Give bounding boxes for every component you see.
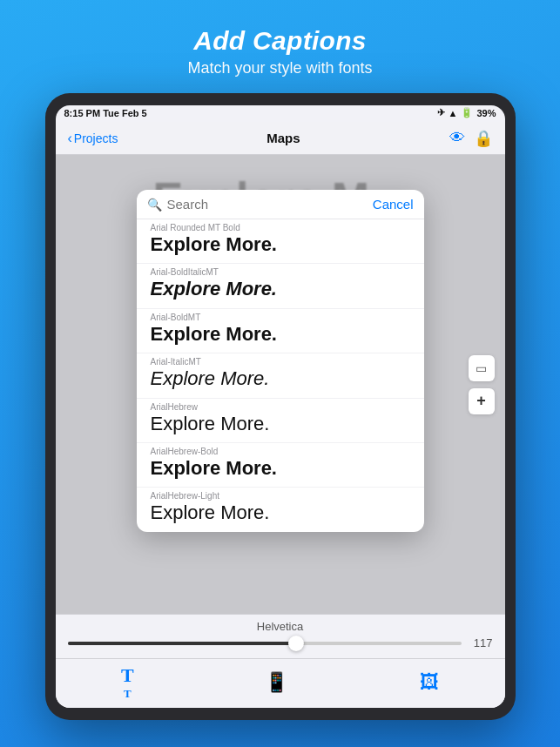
font-preview-text: Explore More. xyxy=(151,233,410,256)
ipad-frame: 8:15 PM Tue Feb 5 ✈ ▲ 🔋 39% ‹ Projects M… xyxy=(45,93,516,720)
font-list-item[interactable]: Arial-ItalicMTExplore More. xyxy=(137,353,424,398)
font-name-label: Arial-ItalicMT xyxy=(151,357,410,367)
canvas-right-buttons: ▭ + xyxy=(469,355,495,414)
battery-icon: 🔋 xyxy=(461,107,473,118)
screen: ‹ Projects Maps 👁 🔒 Explore M... ▭ + 🔍 xyxy=(56,122,505,708)
font-name-label: Arial-BoldItalicMT xyxy=(151,267,410,277)
signal-icon: ▲ xyxy=(449,108,458,118)
canvas-action-btn-1[interactable]: ▭ xyxy=(469,355,495,381)
tab-bar: TT 📱 🖼 xyxy=(56,658,505,708)
font-list-item[interactable]: ArialHebrew-BoldExplore More. xyxy=(137,443,424,488)
font-picker-modal: 🔍 Cancel Arial Rounded MT BoldExplore Mo… xyxy=(137,190,424,532)
font-label-row: Helvetica xyxy=(68,620,493,633)
search-icon: 🔍 xyxy=(147,198,162,212)
font-list-item[interactable]: ArialHebrew-LightExplore More. xyxy=(137,488,424,531)
battery-pct: 39% xyxy=(476,108,496,118)
font-preview-text: Explore More. xyxy=(151,323,410,346)
font-name-label: Arial-BoldMT xyxy=(151,313,410,322)
tab-image-icon[interactable]: 🖼 xyxy=(420,671,439,694)
font-size-slider[interactable] xyxy=(68,642,462,645)
wifi-icon: ✈ xyxy=(437,107,445,118)
font-search-cancel-button[interactable]: Cancel xyxy=(373,197,414,212)
status-bar: 8:15 PM Tue Feb 5 ✈ ▲ 🔋 39% xyxy=(56,105,505,122)
nav-icons: 👁 🔒 xyxy=(449,129,493,148)
chevron-left-icon: ‹ xyxy=(68,131,72,146)
tab-device-icon[interactable]: 📱 xyxy=(265,671,288,694)
slider-fill xyxy=(68,642,304,645)
status-bar-right: ✈ ▲ 🔋 39% xyxy=(437,107,496,118)
font-size-value: 117 xyxy=(469,636,493,649)
nav-back-label[interactable]: Projects xyxy=(74,131,118,145)
status-time: 8:15 PM Tue Feb 5 xyxy=(64,108,147,118)
nav-back-button[interactable]: ‹ Projects xyxy=(68,131,118,146)
bottom-bar-area: Helvetica 117 xyxy=(56,614,505,658)
font-size-slider-row: 117 xyxy=(68,636,493,649)
current-font-label: Helvetica xyxy=(257,620,303,633)
slider-thumb[interactable] xyxy=(288,636,304,651)
font-preview-text: Explore More. xyxy=(151,501,410,524)
font-name-label: ArialHebrew-Bold xyxy=(151,447,410,456)
header-title: Add Captions xyxy=(187,26,372,56)
font-preview-text: Explore More. xyxy=(151,278,410,300)
font-preview-text: Explore More. xyxy=(151,367,410,390)
lock-icon[interactable]: 🔒 xyxy=(474,129,493,148)
font-preview-text: Explore More. xyxy=(151,457,410,480)
font-name-label: ArialHebrew xyxy=(151,402,410,412)
eye-icon[interactable]: 👁 xyxy=(449,129,465,148)
font-search-bar: 🔍 Cancel xyxy=(137,190,424,219)
nav-title: Maps xyxy=(267,131,300,145)
font-name-label: Arial Rounded MT Bold xyxy=(151,223,410,232)
tab-text-icon[interactable]: TT xyxy=(121,664,134,701)
header-subtitle: Match your style with fonts xyxy=(187,59,372,77)
font-search-input[interactable] xyxy=(167,197,366,212)
font-list-item[interactable]: Arial-BoldMTExplore More. xyxy=(137,309,424,353)
font-list-item[interactable]: Arial Rounded MT BoldExplore More. xyxy=(137,219,424,264)
header-area: Add Captions Match your style with fonts xyxy=(170,0,389,93)
font-name-label: ArialHebrew-Light xyxy=(151,491,410,501)
canvas-add-btn[interactable]: + xyxy=(469,388,495,414)
font-preview-text: Explore More. xyxy=(151,413,410,435)
nav-bar: ‹ Projects Maps 👁 🔒 xyxy=(56,122,505,155)
font-list-item[interactable]: Arial-BoldItalicMTExplore More. xyxy=(137,264,424,308)
canvas-area: Explore M... ▭ + 🔍 Cancel Arial Rounded … xyxy=(56,155,505,614)
font-list-item[interactable]: ArialHebrewExplore More. xyxy=(137,399,424,443)
font-list: Arial Rounded MT BoldExplore More.Arial-… xyxy=(137,219,424,532)
